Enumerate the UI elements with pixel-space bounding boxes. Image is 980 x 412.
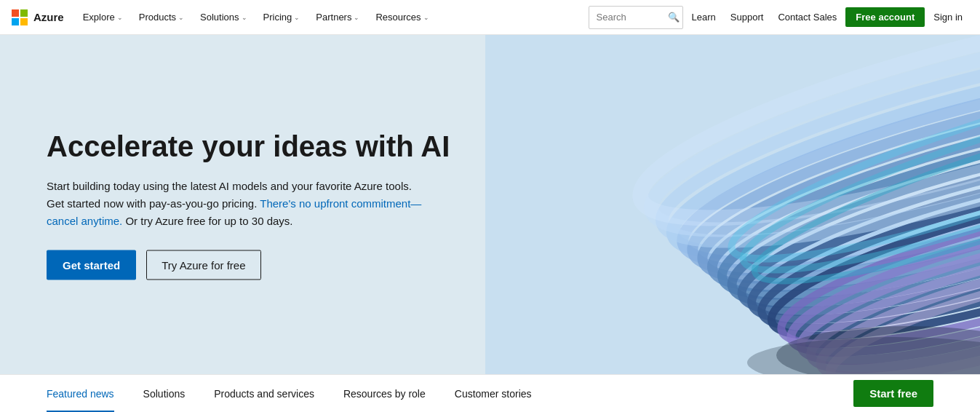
partners-chevron-icon: ⌄ bbox=[354, 14, 359, 21]
azure-brand-name: Azure bbox=[33, 11, 64, 23]
start-free-button[interactable]: Start free bbox=[853, 380, 933, 407]
nav-partners[interactable]: Partners ⌄ bbox=[308, 0, 367, 35]
products-chevron-icon: ⌄ bbox=[178, 14, 184, 21]
nav-solutions[interactable]: Solutions ⌄ bbox=[193, 0, 254, 35]
solutions-label: Solutions bbox=[200, 12, 239, 23]
tab-featured-news[interactable]: Featured news bbox=[47, 375, 129, 413]
pricing-label: Pricing bbox=[263, 12, 292, 23]
hero-artwork bbox=[485, 35, 980, 374]
nav-pricing[interactable]: Pricing ⌄ bbox=[256, 0, 308, 35]
explore-label: Explore bbox=[83, 12, 115, 23]
search-input[interactable] bbox=[597, 12, 662, 23]
nav-right: 🔍 Learn Support Contact Sales Free accou… bbox=[589, 6, 968, 29]
learn-link[interactable]: Learn bbox=[686, 12, 722, 23]
nav-explore[interactable]: Explore ⌄ bbox=[76, 0, 130, 35]
bottom-tab-bar: Featured news Solutions Products and ser… bbox=[0, 374, 980, 412]
search-box[interactable]: 🔍 bbox=[589, 6, 683, 29]
tab-solutions[interactable]: Solutions bbox=[129, 375, 200, 413]
free-account-button[interactable]: Free account bbox=[845, 7, 925, 27]
search-icon: 🔍 bbox=[668, 12, 680, 23]
nav-resources[interactable]: Resources ⌄ bbox=[368, 0, 436, 35]
hero-section: Accelerate your ideas with AI Start buil… bbox=[0, 35, 980, 374]
nav-links: Explore ⌄ Products ⌄ Solutions ⌄ Pricing… bbox=[76, 0, 589, 35]
nav-products[interactable]: Products ⌄ bbox=[132, 0, 191, 35]
hero-description: Start building today using the latest AI… bbox=[47, 178, 425, 230]
navbar: Azure Explore ⌄ Products ⌄ Solutions ⌄ P… bbox=[0, 0, 980, 35]
resources-label: Resources bbox=[375, 12, 421, 23]
resources-chevron-icon: ⌄ bbox=[423, 14, 429, 21]
sign-in-link[interactable]: Sign in bbox=[928, 12, 968, 23]
tab-resources-by-role[interactable]: Resources by role bbox=[329, 375, 440, 413]
tab-customer-stories[interactable]: Customer stories bbox=[440, 375, 546, 413]
products-label: Products bbox=[139, 12, 176, 23]
hero-desc-text2: Or try Azure free for up to 30 days. bbox=[125, 215, 292, 227]
hero-content: Accelerate your ideas with AI Start buil… bbox=[47, 130, 450, 280]
explore-chevron-icon: ⌄ bbox=[117, 14, 123, 21]
support-link[interactable]: Support bbox=[725, 12, 770, 23]
contact-sales-link[interactable]: Contact Sales bbox=[772, 12, 842, 23]
pricing-chevron-icon: ⌄ bbox=[294, 14, 300, 21]
microsoft-logo bbox=[12, 9, 28, 25]
hero-title: Accelerate your ideas with AI bbox=[47, 130, 450, 163]
get-started-button[interactable]: Get started bbox=[47, 250, 136, 280]
try-azure-free-button[interactable]: Try Azure for free bbox=[146, 250, 260, 280]
hero-buttons: Get started Try Azure for free bbox=[47, 250, 450, 280]
partners-label: Partners bbox=[316, 12, 351, 23]
solutions-chevron-icon: ⌄ bbox=[242, 14, 247, 21]
brand-logo[interactable]: Azure bbox=[12, 9, 64, 25]
tab-products-and-services[interactable]: Products and services bbox=[199, 375, 329, 413]
